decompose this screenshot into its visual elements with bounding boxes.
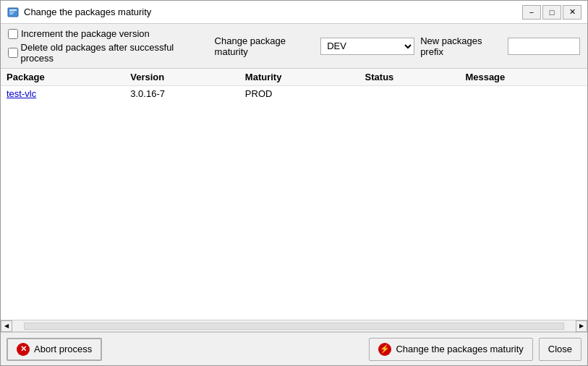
maturity-dropdown[interactable]: DEV PROD TEST — [320, 38, 414, 55]
close-button[interactable]: Close — [539, 338, 581, 361]
toolbar-row1: Increment the package version Delete old… — [8, 28, 580, 64]
cell-version: 3.0.16-7 — [124, 86, 239, 102]
minimize-button[interactable]: − — [522, 5, 541, 20]
cell-status — [359, 86, 460, 102]
column-header-message: Message — [459, 69, 587, 86]
new-packages-prefix-input[interactable] — [508, 38, 580, 55]
footer: ✕ Abort process ⚡ Change the packages ma… — [1, 332, 587, 365]
delete-old-packages-checkbox-label[interactable]: Delete old packages after successful pro… — [8, 42, 203, 64]
abort-icon: ✕ — [17, 343, 30, 356]
toolbar: Increment the package version Delete old… — [1, 24, 587, 69]
column-header-version: Version — [124, 69, 239, 86]
new-packages-prefix-label: New packages prefix — [420, 35, 502, 57]
content-area: Package Version Maturity Status Message … — [1, 69, 587, 320]
change-maturity-footer-label: Change the packages maturity — [396, 344, 523, 354]
delete-old-packages-checkbox[interactable] — [8, 48, 18, 58]
title-bar-controls: − □ ✕ — [522, 5, 581, 20]
svg-rect-3 — [9, 13, 13, 14]
abort-process-button[interactable]: ✕ Abort process — [7, 338, 102, 361]
column-header-maturity: Maturity — [239, 69, 359, 86]
svg-rect-1 — [9, 9, 17, 11]
delete-old-packages-label: Delete old packages after successful pro… — [21, 42, 203, 64]
close-window-button[interactable]: ✕ — [563, 5, 581, 20]
increment-version-checkbox[interactable] — [8, 29, 18, 39]
increment-version-checkbox-label[interactable]: Increment the package version — [8, 28, 203, 39]
increment-version-label: Increment the package version — [21, 28, 150, 39]
close-label: Close — [548, 344, 572, 354]
window-icon — [7, 6, 20, 19]
title-bar: Change the packages maturity − □ ✕ — [1, 1, 587, 24]
scroll-left-button[interactable]: ◀ — [1, 320, 12, 332]
lightning-icon: ⚡ — [378, 343, 391, 356]
cell-package: test-vlc — [1, 86, 124, 102]
column-header-package: Package — [1, 69, 124, 86]
main-window: Change the packages maturity − □ ✕ Incre… — [0, 0, 588, 366]
cell-maturity: PROD — [239, 86, 359, 102]
abort-process-label: Abort process — [34, 344, 92, 354]
horizontal-scrollbar: ◀ ▶ — [1, 320, 587, 332]
window-title: Change the packages maturity — [24, 7, 522, 17]
change-maturity-button[interactable]: ⚡ Change the packages maturity — [369, 338, 532, 361]
svg-rect-2 — [9, 12, 14, 13]
change-maturity-label: Change package maturity — [215, 35, 315, 57]
packages-table: Package Version Maturity Status Message … — [1, 69, 587, 101]
toolbar-right: Change package maturity DEV PROD TEST Ne… — [215, 35, 580, 57]
column-header-status: Status — [359, 69, 460, 86]
scroll-right-button[interactable]: ▶ — [576, 320, 587, 332]
package-link[interactable]: test-vlc — [7, 88, 36, 99]
cell-message — [459, 86, 587, 102]
table-row: test-vlc 3.0.16-7 PROD — [1, 86, 587, 102]
scrollbar-track[interactable] — [24, 323, 564, 330]
maximize-button[interactable]: □ — [542, 5, 561, 20]
